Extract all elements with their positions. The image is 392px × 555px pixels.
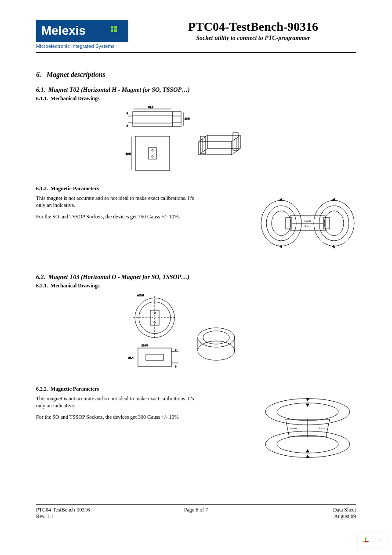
section-6-2-heading: 6.2. Magnet T03 (Horizontal O - Magnet f… xyxy=(36,274,356,281)
section-title: Magnet T02 (Horizontal H - Magnet for SO… xyxy=(48,87,190,93)
label-north: North xyxy=(305,220,311,222)
section-title: Mechanical Drawings xyxy=(51,283,100,289)
melexis-logo: Melexis xyxy=(36,20,128,42)
svg-point-16 xyxy=(152,149,153,151)
label-south: South xyxy=(318,427,325,430)
svg-text:ø63.5: ø63.5 xyxy=(137,294,144,297)
viewer-toolbar: › xyxy=(358,533,388,548)
svg-text:9: 9 xyxy=(127,112,128,115)
svg-text:9: 9 xyxy=(127,124,128,127)
footer-doc-name: PTC04-TestBench-90316 xyxy=(36,507,143,513)
paragraph: This magnet is not accurate and so not i… xyxy=(36,195,203,209)
svg-text:9: 9 xyxy=(175,365,177,368)
logo-dots-icon xyxy=(111,26,117,32)
svg-rect-0 xyxy=(133,112,172,127)
svg-rect-40 xyxy=(138,348,171,366)
section-6-1-heading: 6.1. Magnet T02 (Horizontal H - Magnet f… xyxy=(36,87,356,94)
section-6-2-2-heading: 6.2.2. Magnetic Parameters xyxy=(36,386,356,392)
section-title: Magnetic Parameters xyxy=(51,185,99,192)
title-block: PTC04-TestBench-90316 Socket utility to … xyxy=(150,20,356,42)
chevron-right-icon: › xyxy=(379,537,381,544)
document-title: PTC04-TestBench-90316 xyxy=(150,20,356,34)
page-footer: PTC04-TestBench-90316 Rev. 1.1 Page 6 of… xyxy=(36,504,356,520)
mechanical-drawing-t03: ø63.5 26.05 31.4 9 9 xyxy=(124,294,256,377)
mechanical-drawing-t02: 63.5 30.5 9 9 60.5 xyxy=(124,106,256,177)
page: Melexis Microelectronic Integrated Syste… xyxy=(0,0,392,555)
footer-center: Page 6 of 7 xyxy=(143,507,250,520)
section-number: 6.2.2. xyxy=(36,386,48,392)
paragraph: For the SO and TSSOP Sockets, the device… xyxy=(36,213,203,220)
svg-point-27 xyxy=(324,211,344,236)
paragraph: For the SO and TSSOP Sockets, the device… xyxy=(36,414,203,421)
svg-text:31.4: 31.4 xyxy=(128,356,134,359)
svg-rect-14 xyxy=(135,136,170,170)
section-number: 6. xyxy=(36,71,41,78)
section-6-heading: 6. Magnet descriptions xyxy=(36,71,356,79)
section-6-1-2-heading: 6.1.2. Magnetic Parameters xyxy=(36,185,356,192)
svg-rect-7 xyxy=(172,112,181,127)
logo-text: Melexis xyxy=(41,24,86,38)
section-number: 6.1. xyxy=(36,87,45,93)
svg-point-17 xyxy=(152,156,153,157)
row-6-1-2: This magnet is not accurate and so not i… xyxy=(36,195,356,252)
magnetic-field-diagram-h: North South xyxy=(259,195,356,252)
row-6-2-2: This magnet is not accurate and so not i… xyxy=(36,395,356,461)
svg-point-24 xyxy=(272,211,291,236)
svg-text:30.5: 30.5 xyxy=(185,117,190,120)
next-page-button[interactable]: › xyxy=(373,533,388,548)
svg-text:26.05: 26.05 xyxy=(142,344,149,347)
label-north: North xyxy=(290,427,297,430)
footer-right: Data Sheet August 09 xyxy=(249,507,356,520)
svg-rect-41 xyxy=(146,354,163,360)
footer-page-number: Page 6 of 7 xyxy=(143,507,250,513)
footer-date: August 09 xyxy=(249,513,356,520)
section-title: Mechanical Drawings xyxy=(51,95,100,102)
section-title: Magnet descriptions xyxy=(47,71,105,78)
section-6-2-1-heading: 6.2.1. Mechanical Drawings xyxy=(36,283,356,289)
section-title: Magnet T03 (Horizontal O - Magnet for SO… xyxy=(48,274,189,280)
magnetic-field-diagram-o: North South xyxy=(259,395,356,461)
section-number: 6.2. xyxy=(36,274,45,280)
section-6-1-1-heading: 6.1.1. Mechanical Drawings xyxy=(36,95,356,102)
document-header: Melexis Microelectronic Integrated Syste… xyxy=(36,20,356,49)
svg-text:9: 9 xyxy=(175,348,177,351)
body-text-6-2-2: This magnet is not accurate and so not i… xyxy=(36,395,203,425)
section-title: Magnetic Parameters xyxy=(51,386,99,392)
viewer-logo-icon[interactable] xyxy=(358,533,373,548)
svg-point-56 xyxy=(365,540,367,542)
footer-left: PTC04-TestBench-90316 Rev. 1.1 xyxy=(36,507,143,520)
svg-text:63.5: 63.5 xyxy=(148,106,153,109)
footer-divider xyxy=(36,504,356,505)
body-text-6-1-2: This magnet is not accurate and so not i… xyxy=(36,195,203,225)
logo-block: Melexis Microelectronic Integrated Syste… xyxy=(36,20,133,49)
section-number: 6.1.2. xyxy=(36,185,48,192)
svg-rect-20 xyxy=(200,136,206,154)
logo-tagline: Microelectronic Integrated Systems xyxy=(36,44,133,49)
section-number: 6.2.1. xyxy=(36,283,48,289)
svg-text:60.5: 60.5 xyxy=(126,152,131,155)
document-subtitle: Socket utility to connect to PTC-program… xyxy=(150,35,356,42)
footer-doc-type: Data Sheet xyxy=(249,507,356,513)
label-south: South xyxy=(304,225,311,228)
paragraph: This magnet is not accurate and so not i… xyxy=(36,395,203,409)
footer-revision: Rev. 1.1 xyxy=(36,513,143,520)
header-divider xyxy=(36,52,356,53)
section-number: 6.1.1. xyxy=(36,95,48,102)
